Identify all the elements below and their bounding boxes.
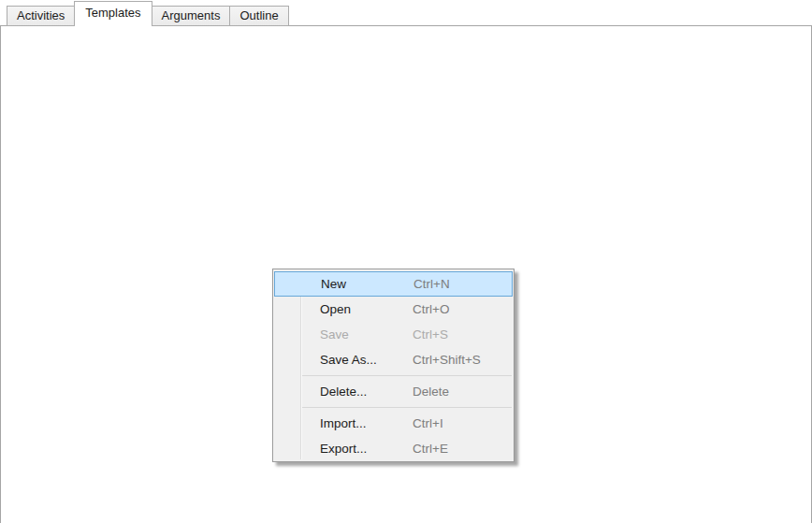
menu-item-shortcut: Ctrl+S (413, 322, 448, 347)
context-menu: NewCtrl+NOpenCtrl+OSaveCtrl+SSave As...C… (272, 269, 515, 462)
menu-item-label: Open (320, 297, 351, 322)
menu-item-export[interactable]: Export...Ctrl+E (273, 436, 514, 461)
menu-item-shortcut: Ctrl+I (413, 411, 443, 436)
menu-item-label: Export... (320, 436, 367, 461)
menu-item-shortcut: Ctrl+N (413, 272, 450, 296)
menu-item-label: Delete... (320, 379, 367, 404)
menu-item-label: Save (320, 322, 349, 347)
tab-activities[interactable]: Activities (7, 6, 75, 26)
menu-item-label: Save As... (320, 347, 377, 372)
menu-item-label: Import... (320, 411, 367, 436)
menu-item-shortcut: Ctrl+E (413, 436, 448, 461)
menu-item-new[interactable]: NewCtrl+N (274, 271, 513, 297)
menu-item-open[interactable]: OpenCtrl+O (273, 297, 514, 322)
menu-item-save: SaveCtrl+S (273, 322, 514, 347)
menu-item-shortcut: Ctrl+O (413, 297, 449, 322)
tab-templates[interactable]: Templates (74, 1, 152, 26)
menu-item-import[interactable]: Import...Ctrl+I (273, 411, 514, 436)
menu-separator (302, 407, 512, 408)
menu-separator (302, 375, 512, 376)
tab-arguments[interactable]: Arguments (152, 6, 231, 26)
tab-outline[interactable]: Outline (229, 6, 288, 26)
menu-item-save-as[interactable]: Save As...Ctrl+Shift+S (273, 347, 514, 372)
menu-item-shortcut: Delete (413, 379, 449, 404)
menu-item-delete[interactable]: Delete...Delete (273, 379, 514, 404)
tab-strip: ActivitiesTemplatesArgumentsOutline (7, 1, 288, 26)
menu-item-label: New (321, 272, 346, 296)
menu-item-shortcut: Ctrl+Shift+S (413, 347, 481, 372)
